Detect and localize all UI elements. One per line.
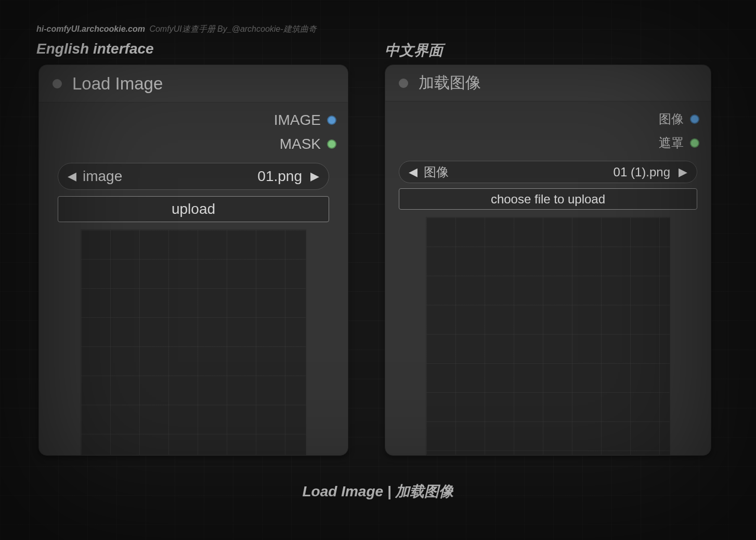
selector-label: 图像 <box>424 164 449 181</box>
output-mask[interactable]: 遮罩 <box>659 135 699 151</box>
node-header[interactable]: Load Image <box>39 65 348 102</box>
upload-button[interactable]: upload <box>58 196 329 222</box>
upload-button-label: choose file to upload <box>491 192 605 207</box>
output-image-label: IMAGE <box>274 112 321 128</box>
port-dot-mask-icon[interactable] <box>327 139 336 149</box>
node-title: 加载图像 <box>419 72 481 94</box>
collapse-dot-icon[interactable] <box>53 79 62 88</box>
output-mask[interactable]: MASK <box>280 136 336 152</box>
output-mask-label: 遮罩 <box>659 135 684 151</box>
upload-button[interactable]: choose file to upload <box>399 188 697 210</box>
load-image-node-en[interactable]: Load Image IMAGE MASK ◀ image 01.png ▶ u… <box>38 65 348 456</box>
arrow-right-icon[interactable]: ▶ <box>308 170 321 183</box>
image-preview[interactable] <box>426 217 670 455</box>
port-dot-image-icon[interactable] <box>327 115 336 125</box>
section-label-chinese: 中文界面 <box>385 41 443 60</box>
collapse-dot-icon[interactable] <box>399 79 408 88</box>
image-preview[interactable] <box>81 229 306 455</box>
header-credit: hi-comfyUI.archcookie.com ComfyUI速查手册 By… <box>36 24 317 35</box>
node-outputs: IMAGE MASK <box>39 102 348 158</box>
output-image-label: 图像 <box>659 111 684 127</box>
upload-button-label: upload <box>172 201 215 217</box>
output-image[interactable]: IMAGE <box>274 112 336 128</box>
image-selector[interactable]: ◀ 图像 01 (1).png ▶ <box>399 161 697 183</box>
figure-caption: Load Image | 加载图像 <box>0 482 756 502</box>
credit-byline: ComfyUI速查手册 By_@archcookie-建筑曲奇 <box>149 24 316 33</box>
arrow-right-icon[interactable]: ▶ <box>676 165 689 179</box>
selector-value: 01 (1).png <box>614 165 670 179</box>
image-selector[interactable]: ◀ image 01.png ▶ <box>58 163 329 190</box>
port-dot-mask-icon[interactable] <box>690 138 699 148</box>
node-header[interactable]: 加载图像 <box>385 65 711 101</box>
port-dot-image-icon[interactable] <box>690 114 699 124</box>
selector-value: 01.png <box>257 168 302 185</box>
arrow-left-icon[interactable]: ◀ <box>407 165 420 179</box>
credit-domain: hi-comfyUI.archcookie.com <box>36 24 145 33</box>
node-title: Load Image <box>72 74 163 94</box>
output-image[interactable]: 图像 <box>659 111 699 127</box>
selector-label: image <box>83 168 122 185</box>
load-image-node-cn[interactable]: 加载图像 图像 遮罩 ◀ 图像 01 (1).png ▶ choose file… <box>385 65 711 456</box>
section-label-english: English interface <box>36 41 154 57</box>
node-outputs: 图像 遮罩 <box>385 101 711 157</box>
output-mask-label: MASK <box>280 136 321 152</box>
arrow-left-icon[interactable]: ◀ <box>66 170 79 183</box>
